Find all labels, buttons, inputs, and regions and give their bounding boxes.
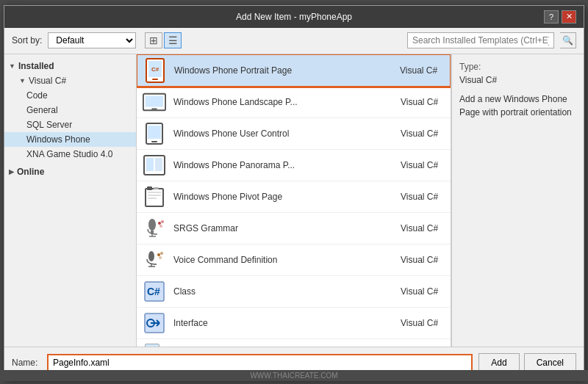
sidebar: ▼ Installed ▼ Visual C# Code General SQL…	[4, 54, 137, 347]
svg-point-26	[148, 251, 154, 261]
svg-rect-2	[152, 79, 158, 80]
svg-text:C#: C#	[151, 66, 159, 73]
list-item-assembly-info[interactable]: C# i Assembly Information File Visual C#	[137, 339, 451, 347]
list-item-user-control[interactable]: Windows Phone User Control Visual C#	[137, 118, 451, 150]
view-toggle: ⊞ ☰	[145, 32, 182, 48]
online-triangle: ▶	[9, 168, 14, 175]
list-item-interface[interactable]: Interface Visual C#	[137, 308, 451, 339]
sidebar-online[interactable]: ▶ Online	[4, 164, 136, 179]
name-label: Name:	[12, 358, 41, 368]
title-controls: ? ✕	[544, 10, 576, 23]
svg-point-30	[160, 252, 163, 255]
svg-text:C#: C#	[147, 286, 160, 297]
voice-command-icon	[143, 248, 166, 272]
help-button[interactable]: ?	[544, 10, 559, 23]
online-label: Online	[17, 167, 44, 177]
visual-cs-label: Visual C#	[29, 76, 66, 86]
grid-view-button[interactable]: ⊞	[145, 32, 162, 48]
class-icon: C#	[143, 280, 166, 303]
portrait-page-type: Visual C#	[400, 65, 444, 76]
svg-rect-5	[146, 95, 163, 106]
svg-rect-11	[146, 158, 154, 171]
portrait-page-icon: C#	[143, 59, 167, 82]
sidebar-item-code[interactable]: Code	[4, 88, 136, 103]
list-item-panorama-page[interactable]: Windows Phone Panorama P... Visual C#	[137, 150, 451, 181]
info-panel: Type: Visual C# Add a new Windows Phone …	[451, 54, 584, 347]
sidebar-item-general[interactable]: General	[4, 103, 136, 117]
info-type-label: Type:	[459, 62, 576, 72]
svg-point-23	[158, 222, 161, 225]
svg-rect-9	[151, 141, 157, 142]
sidebar-code-label: Code	[26, 90, 48, 101]
list-item-srgs-grammar[interactable]: SRGS Grammar Visual C#	[137, 213, 451, 244]
class-type: Visual C#	[401, 286, 445, 297]
sidebar-item-xna[interactable]: XNA Game Studio 4.0	[4, 147, 136, 162]
name-input[interactable]	[47, 354, 473, 372]
svg-point-25	[159, 225, 162, 228]
svg-rect-6	[151, 108, 157, 109]
watermark: WWW.THAICREATE.COM	[0, 370, 588, 381]
sort-label: Sort by:	[12, 35, 42, 46]
interface-name: Interface	[173, 318, 393, 328]
add-new-item-dialog: Add New Item - myPhoneApp ? ✕ Sort by: D…	[4, 5, 584, 380]
user-control-type: Visual C#	[401, 128, 445, 139]
sidebar-visual-cs[interactable]: ▼ Visual C#	[4, 73, 136, 88]
panorama-page-name: Windows Phone Panorama P...	[173, 160, 393, 170]
interface-icon	[143, 311, 166, 335]
list-item-voice-command[interactable]: Voice Command Definition Visual C#	[137, 244, 451, 276]
portrait-page-name: Windows Phone Portrait Page	[174, 65, 392, 76]
info-type-value: Visual C#	[459, 75, 576, 85]
panorama-page-type: Visual C#	[401, 160, 445, 170]
sort-dropdown[interactable]: Default	[48, 32, 136, 48]
landscape-page-name: Windows Phone Landscape P...	[173, 97, 393, 107]
list-view-button[interactable]: ☰	[164, 32, 182, 48]
svg-rect-8	[148, 126, 161, 139]
list-item-landscape-page[interactable]: Windows Phone Landscape P... Visual C#	[137, 87, 451, 118]
list-item-pivot-page[interactable]: Windows Phone Pivot Page Visual C#	[137, 181, 451, 213]
info-description: Add a new Windows Phone Page with portra…	[459, 93, 576, 119]
pivot-page-type: Visual C#	[401, 192, 445, 202]
installed-triangle: ▼	[9, 62, 15, 70]
user-control-icon	[143, 122, 166, 145]
panorama-page-icon	[143, 153, 166, 177]
sidebar-installed[interactable]: ▼ Installed	[4, 59, 136, 73]
search-input[interactable]	[407, 32, 554, 48]
svg-point-24	[161, 220, 164, 223]
svg-point-19	[148, 219, 156, 231]
srgs-grammar-icon	[143, 217, 166, 240]
sidebar-general-label: General	[26, 105, 58, 115]
srgs-grammar-name: SRGS Grammar	[173, 223, 393, 233]
search-icon[interactable]: 🔍	[560, 32, 576, 48]
voice-command-type: Visual C#	[401, 255, 445, 265]
sidebar-xna-label: XNA Game Studio 4.0	[26, 149, 112, 159]
pivot-page-name: Windows Phone Pivot Page	[173, 192, 393, 202]
list-item-portrait-page[interactable]: C# Windows Phone Portrait Page Visual C#	[137, 54, 451, 87]
svg-rect-17	[148, 195, 161, 196]
sidebar-wp-label: Windows Phone	[26, 134, 90, 145]
srgs-grammar-type: Visual C#	[401, 223, 445, 233]
svg-rect-15	[154, 187, 159, 189]
close-button[interactable]: ✕	[562, 10, 576, 23]
title-bar: Add New Item - myPhoneApp ? ✕	[4, 6, 584, 28]
list-item-class[interactable]: C# Class Visual C#	[137, 276, 451, 308]
svg-rect-16	[148, 192, 161, 193]
main-content: ▼ Installed ▼ Visual C# Code General SQL…	[4, 54, 584, 347]
svg-rect-14	[147, 186, 152, 190]
visual-cs-triangle: ▼	[19, 77, 26, 84]
sidebar-item-windows-phone[interactable]: Windows Phone	[4, 132, 136, 147]
svg-point-29	[157, 253, 160, 256]
svg-point-31	[159, 256, 162, 259]
dialog-title: Add New Item - myPhoneApp	[44, 12, 544, 22]
installed-label: Installed	[18, 61, 54, 71]
interface-type: Visual C#	[401, 318, 445, 328]
svg-rect-12	[155, 158, 162, 171]
svg-rect-18	[148, 198, 157, 199]
toolbar: Sort by: Default ⊞ ☰ 🔍	[4, 28, 584, 54]
pivot-page-icon	[143, 185, 166, 209]
sidebar-sql-label: SQL Server	[26, 120, 72, 130]
user-control-name: Windows Phone User Control	[173, 128, 393, 139]
class-name: Class	[173, 286, 393, 297]
sidebar-item-sql[interactable]: SQL Server	[4, 117, 136, 132]
item-list: C# Windows Phone Portrait Page Visual C#…	[137, 54, 451, 347]
voice-command-name: Voice Command Definition	[173, 255, 393, 265]
